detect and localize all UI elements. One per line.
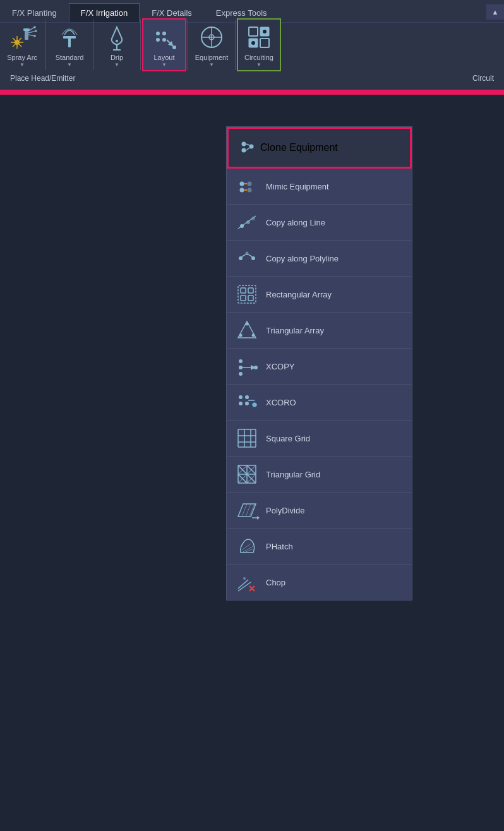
circuit-button[interactable]: Circuit bbox=[462, 67, 504, 90]
separator-4 bbox=[188, 20, 188, 70]
equipment-label: Equipment bbox=[195, 54, 229, 61]
triangular-grid-label: Triangular Grid bbox=[266, 470, 320, 479]
dropdown-item-rectangular-array[interactable]: Rectangular Array bbox=[227, 277, 412, 313]
clone-equipment-label: Clone Equipment bbox=[260, 142, 338, 153]
ribbon-group-equipment[interactable]: Equipment ▼ bbox=[189, 20, 234, 70]
svg-rect-61 bbox=[248, 296, 253, 301]
svg-point-39 bbox=[242, 142, 246, 146]
svg-point-68 bbox=[239, 372, 243, 376]
ribbon-group-circuiting[interactable]: Circuiting ▼ bbox=[237, 18, 281, 71]
drip-icon-area bbox=[102, 22, 132, 52]
drip-arrow: ▼ bbox=[114, 62, 119, 68]
ribbon-toolbar: Spray Arc ▼ Standard ▼ bbox=[0, 23, 504, 67]
svg-point-47 bbox=[248, 188, 252, 193]
xcopy-icon bbox=[236, 355, 258, 378]
main-content-area: Clone Equipment Mimic Equipment bbox=[0, 95, 504, 831]
svg-point-37 bbox=[263, 30, 267, 33]
svg-point-75 bbox=[245, 402, 249, 405]
dropdown-item-xcopy[interactable]: XCOPY bbox=[227, 349, 412, 385]
ribbon-group-layout[interactable]: Layout ▼ bbox=[142, 18, 186, 71]
rectangular-array-icon bbox=[236, 283, 258, 306]
xcoro-icon bbox=[236, 391, 258, 414]
svg-point-28 bbox=[172, 45, 176, 49]
dropdown-item-chop[interactable]: Chop bbox=[227, 565, 412, 600]
layout-icon-area bbox=[149, 22, 179, 52]
svg-point-112 bbox=[243, 577, 246, 580]
chop-icon bbox=[236, 571, 258, 594]
svg-point-52 bbox=[246, 220, 250, 224]
standard-label: Standard bbox=[56, 54, 84, 61]
svg-marker-99 bbox=[238, 504, 256, 517]
copy-along-line-icon bbox=[236, 211, 258, 234]
svg-rect-60 bbox=[241, 296, 246, 301]
dropdown-item-square-grid[interactable]: Square Grid bbox=[227, 421, 412, 457]
copy-along-polyline-label: Copy along Polyline bbox=[266, 254, 339, 263]
place-head-button[interactable]: Place Head/Emitter bbox=[0, 67, 85, 90]
layout-dropdown-menu: Clone Equipment Mimic Equipment bbox=[226, 126, 412, 601]
svg-point-45 bbox=[240, 188, 244, 193]
dropdown-item-mimic-equipment[interactable]: Mimic Equipment bbox=[227, 169, 412, 205]
circuiting-icon-area bbox=[244, 22, 274, 52]
dropdown-item-clone-equipment[interactable]: Clone Equipment bbox=[227, 127, 412, 169]
dropdown-item-polydivide[interactable]: PolyDivide bbox=[227, 493, 412, 529]
svg-point-22 bbox=[156, 32, 160, 35]
svg-point-65 bbox=[252, 334, 255, 337]
spray-arc-icon-area bbox=[7, 22, 37, 52]
ribbon-group-standard[interactable]: Standard ▼ bbox=[47, 20, 92, 70]
svg-point-40 bbox=[242, 148, 246, 153]
ribbon-group-spray-arc[interactable]: Spray Arc ▼ bbox=[0, 20, 44, 70]
svg-point-67 bbox=[239, 366, 243, 369]
dropdown-item-xcoro[interactable]: XCORO bbox=[227, 385, 412, 421]
svg-rect-33 bbox=[249, 27, 258, 36]
square-grid-label: Square Grid bbox=[266, 434, 310, 443]
standard-arrow: ▼ bbox=[67, 62, 72, 68]
svg-point-73 bbox=[245, 395, 249, 399]
svg-point-44 bbox=[240, 182, 244, 186]
svg-point-25 bbox=[162, 38, 166, 42]
svg-point-72 bbox=[239, 395, 243, 399]
pink-separator-bar bbox=[0, 90, 504, 95]
svg-line-105 bbox=[242, 544, 251, 550]
drip-label: Drip bbox=[111, 54, 123, 61]
clone-equipment-icon bbox=[237, 135, 260, 160]
circuiting-arrow: ▼ bbox=[256, 62, 261, 68]
dropdown-item-copy-along-line[interactable]: Copy along Line bbox=[227, 205, 412, 241]
spray-arc-label: Spray Arc bbox=[7, 54, 37, 61]
separator-5 bbox=[235, 20, 236, 70]
layout-arrow: ▼ bbox=[162, 62, 167, 68]
triangular-grid-icon bbox=[236, 463, 258, 486]
minimize-ribbon-button[interactable]: ▲ bbox=[486, 4, 504, 20]
circuiting-label: Circuiting bbox=[244, 54, 273, 61]
dropdown-item-triangular-grid[interactable]: Triangular Grid bbox=[227, 457, 412, 493]
svg-rect-17 bbox=[68, 37, 71, 47]
dropdown-item-copy-along-polyline[interactable]: Copy along Polyline bbox=[227, 241, 412, 277]
svg-point-38 bbox=[251, 41, 255, 45]
svg-point-19 bbox=[116, 40, 118, 42]
svg-point-53 bbox=[251, 217, 255, 220]
triangular-array-icon bbox=[236, 319, 258, 342]
svg-point-66 bbox=[239, 359, 243, 363]
svg-point-51 bbox=[240, 224, 244, 228]
svg-rect-59 bbox=[248, 288, 253, 293]
svg-point-64 bbox=[239, 334, 243, 337]
square-grid-icon bbox=[236, 427, 258, 450]
dropdown-item-triangular-array[interactable]: Triangular Array bbox=[227, 313, 412, 349]
separator-2 bbox=[93, 20, 93, 70]
svg-line-8 bbox=[19, 44, 21, 47]
svg-line-6 bbox=[19, 38, 21, 40]
svg-rect-36 bbox=[260, 39, 269, 47]
ribbon-group-drip[interactable]: Drip ▼ bbox=[95, 20, 139, 70]
svg-line-5 bbox=[13, 38, 15, 40]
mimic-equipment-label: Mimic Equipment bbox=[266, 182, 329, 191]
svg-point-56 bbox=[246, 252, 249, 255]
chop-label: Chop bbox=[266, 578, 285, 587]
dropdown-item-phatch[interactable]: PHatch bbox=[227, 529, 412, 565]
svg-marker-104 bbox=[257, 516, 260, 520]
phatch-label: PHatch bbox=[266, 542, 293, 551]
standard-icon-area bbox=[54, 22, 85, 52]
polydivide-icon bbox=[236, 499, 258, 522]
svg-point-41 bbox=[249, 145, 254, 149]
svg-rect-58 bbox=[241, 288, 246, 293]
svg-point-24 bbox=[156, 38, 160, 42]
svg-point-16 bbox=[33, 35, 36, 37]
